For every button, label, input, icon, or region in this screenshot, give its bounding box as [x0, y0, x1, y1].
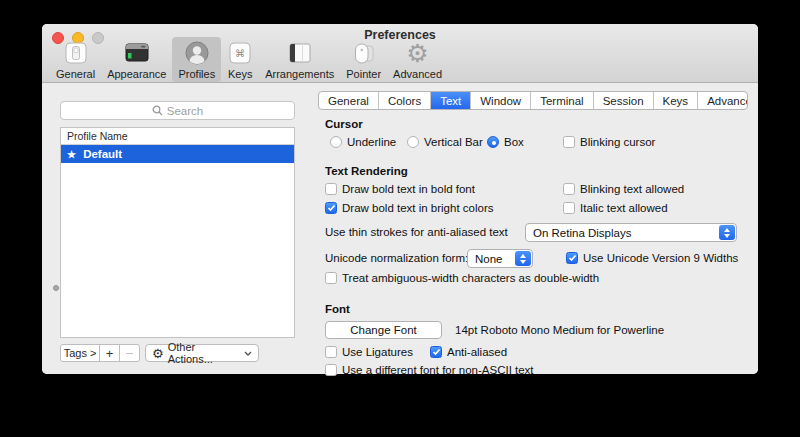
non-ascii-row: Use a different font for non-ASCII text: [318, 364, 748, 379]
checkbox-icon-checked: [325, 202, 337, 214]
bright-row: Draw bold text in bright colors Italic t…: [318, 202, 748, 217]
display-icon: [124, 40, 150, 66]
toolbar-label: Arrangements: [265, 68, 334, 80]
stepper-icon: [515, 251, 531, 266]
checkbox-blinking-text[interactable]: Blinking text allowed: [563, 183, 684, 195]
checkbox-non-ascii-font[interactable]: Use a different font for non-ASCII text: [325, 364, 534, 376]
toolbar-item-profiles[interactable]: Profiles: [172, 37, 221, 82]
normalization-row: Unicode normalization form: None Use Uni…: [318, 249, 748, 268]
toolbar-item-general[interactable]: General: [50, 37, 101, 82]
checkbox-icon: [325, 183, 337, 195]
radio-icon-selected: [487, 136, 499, 148]
radio-icon: [330, 136, 342, 148]
checkbox-icon: [325, 346, 337, 358]
toolbar: General Appearance: [50, 37, 448, 82]
radio-box[interactable]: Box: [487, 136, 524, 148]
change-font-button[interactable]: Change Font: [325, 321, 442, 339]
toolbar-item-arrangements[interactable]: Arrangements: [259, 37, 340, 82]
checkbox-bright-colors[interactable]: Draw bold text in bright colors: [325, 202, 493, 214]
checkbox-icon-checked: [430, 346, 442, 358]
cursor-radio-row: Underline Vertical Bar Box Blinking curs…: [318, 136, 748, 151]
mouse-icon: [351, 40, 377, 66]
toolbar-item-appearance[interactable]: Appearance: [101, 37, 172, 82]
search-input[interactable]: Search: [60, 101, 295, 120]
radio-icon: [407, 136, 419, 148]
toolbar-item-advanced[interactable]: ⚙ Advanced: [387, 37, 448, 82]
normalization-select[interactable]: None: [467, 249, 533, 268]
tab-keys[interactable]: Keys: [654, 92, 699, 109]
tab-text[interactable]: Text: [431, 92, 471, 109]
tab-colors[interactable]: Colors: [379, 92, 431, 109]
chevron-down-icon: [244, 351, 252, 356]
tab-terminal[interactable]: Terminal: [531, 92, 593, 109]
tab-window[interactable]: Window: [471, 92, 531, 109]
checkbox-icon: [563, 183, 575, 195]
bold-row: Draw bold text in bold font Blinking tex…: [318, 183, 748, 198]
toolbar-label: Advanced: [393, 68, 442, 80]
window-content: Search Profile Name ★ Default Tags > + −…: [42, 83, 758, 374]
tab-general[interactable]: General: [319, 92, 379, 109]
checkbox-icon-checked: [566, 252, 578, 264]
checkbox-icon: [325, 364, 337, 376]
checkbox-ambiguous-width[interactable]: Treat ambiguous-width characters as doub…: [325, 272, 599, 284]
search-placeholder: Search: [167, 105, 203, 117]
ligatures-row: Use Ligatures Anti-aliased: [318, 346, 748, 361]
profile-list-header: Profile Name: [61, 128, 294, 145]
other-actions-label: Other Actions...: [168, 341, 241, 365]
thin-strokes-label: Use thin strokes for anti-aliased text: [325, 226, 508, 238]
desktop-background: Preferences General Appearance: [0, 0, 800, 437]
tags-button[interactable]: Tags >: [60, 344, 100, 362]
text-rendering-heading: Text Rendering: [325, 165, 748, 177]
thin-strokes-row: Use thin strokes for anti-aliased text O…: [318, 223, 748, 242]
person-icon: [184, 40, 210, 66]
change-font-row: Change Font 14pt Roboto Mono Medium for …: [318, 321, 748, 339]
checkbox-bold-font[interactable]: Draw bold text in bold font: [325, 183, 475, 195]
checkbox-icon: [325, 272, 337, 284]
radio-vertical-bar[interactable]: Vertical Bar: [407, 136, 483, 148]
gear-icon: ⚙: [405, 40, 431, 66]
profile-list: Profile Name ★ Default: [60, 127, 295, 338]
profile-row-default[interactable]: ★ Default: [61, 145, 294, 163]
search-icon: [152, 105, 163, 116]
sidebar-footer: Tags > + − ⚙ Other Actions...: [60, 344, 259, 362]
gear-icon: ⚙: [152, 347, 164, 360]
checkbox-icon: [563, 202, 575, 214]
window-titlebar: Preferences General Appearance: [42, 24, 758, 83]
normalization-label: Unicode normalization form:: [325, 252, 468, 264]
font-heading: Font: [325, 303, 748, 315]
current-font-label: 14pt Roboto Mono Medium for Powerline: [455, 324, 664, 336]
add-profile-button[interactable]: +: [99, 344, 120, 362]
settings-panel: General Colors Text Window Terminal Sess…: [318, 91, 748, 379]
checkbox-blinking-cursor[interactable]: Blinking cursor: [563, 136, 655, 148]
cursor-heading: Cursor: [325, 118, 748, 130]
checkbox-ligatures[interactable]: Use Ligatures: [325, 346, 413, 358]
toolbar-label: Pointer: [346, 68, 381, 80]
remove-profile-button: −: [119, 344, 140, 362]
svg-text:⌘: ⌘: [235, 48, 245, 59]
switch-icon: [63, 40, 89, 66]
radio-underline[interactable]: Underline: [330, 136, 396, 148]
toolbar-label: Profiles: [178, 68, 215, 80]
other-actions-dropdown[interactable]: ⚙ Other Actions...: [145, 344, 259, 362]
thin-strokes-select[interactable]: On Retina Displays: [525, 223, 737, 242]
preferences-window: Preferences General Appearance: [42, 24, 758, 374]
toolbar-label: General: [56, 68, 95, 80]
panels-icon: [287, 40, 313, 66]
toolbar-item-pointer[interactable]: Pointer: [340, 37, 387, 82]
stepper-icon: [719, 225, 735, 240]
toolbar-item-keys[interactable]: ⌘ Keys: [221, 37, 259, 82]
toolbar-label: Keys: [228, 68, 252, 80]
ambiguous-row: Treat ambiguous-width characters as doub…: [318, 272, 748, 287]
tab-advanced[interactable]: Advanced: [698, 92, 748, 109]
command-key-icon: ⌘: [227, 40, 253, 66]
tab-bar: General Colors Text Window Terminal Sess…: [318, 91, 748, 110]
star-icon: ★: [67, 149, 76, 160]
tab-session[interactable]: Session: [594, 92, 654, 109]
splitter-handle[interactable]: [53, 285, 59, 291]
checkbox-antialiased[interactable]: Anti-aliased: [430, 346, 507, 358]
profile-name: Default: [83, 148, 122, 160]
checkbox-icon: [563, 136, 575, 148]
checkbox-unicode9[interactable]: Use Unicode Version 9 Widths: [566, 252, 738, 264]
checkbox-italic-text[interactable]: Italic text allowed: [563, 202, 668, 214]
toolbar-label: Appearance: [107, 68, 166, 80]
